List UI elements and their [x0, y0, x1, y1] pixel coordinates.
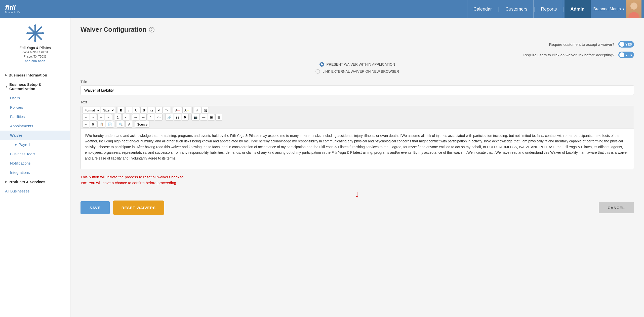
sidebar-label: Appointments	[10, 124, 33, 128]
text-field-group: Text Format Size B I U	[80, 100, 634, 169]
logo: fitli	[5, 4, 16, 12]
image-button[interactable]: 🖼	[202, 107, 209, 113]
sidebar-item-business-info[interactable]: ▶ Business Information	[0, 70, 70, 80]
find-button[interactable]: 🔍	[117, 121, 125, 128]
format-select[interactable]: Format	[82, 107, 100, 113]
align-left-button[interactable]: ≡	[82, 114, 89, 121]
business-name: Fitli Yoga & Pilates	[5, 46, 65, 50]
user-area[interactable]: Breanna Martin ▾	[591, 0, 644, 18]
reset-arrow-icon: ↓	[80, 190, 634, 199]
indent-more-button[interactable]: ⇥	[140, 114, 147, 121]
require-accept-label: Require customers to accept a waiver?	[549, 42, 614, 47]
flag-button[interactable]: ⚑	[182, 114, 189, 121]
cut-button[interactable]: ✂	[82, 121, 89, 128]
main-layout: Fitli Yoga & Pilates 5454 Main St #123 F…	[0, 18, 644, 317]
sidebar-item-facilities[interactable]: Facilities	[0, 112, 70, 121]
editor-container: Format Size B I U S x₂ x² Tx	[80, 106, 634, 169]
sidebar-item-appointments[interactable]: Appointments	[0, 121, 70, 131]
reset-info: This button will initiate the process to…	[80, 174, 634, 186]
svg-point-7	[27, 32, 29, 34]
bold-button[interactable]: B	[118, 107, 125, 113]
radio-external[interactable]: LINK EXTERNAL WAIVER ON NEW BROWSER	[315, 69, 399, 74]
unordered-list-button[interactable]: •	[122, 114, 129, 121]
align-right-button[interactable]: ≡	[97, 114, 104, 121]
chevron-down-icon: ▾	[623, 7, 624, 11]
unlink-button[interactable]: ⛓	[174, 114, 181, 121]
toggle-value: YES	[625, 43, 632, 46]
title-input[interactable]	[80, 85, 634, 95]
sidebar-item-waiver[interactable]: Waiver	[0, 131, 70, 140]
toggle-circle	[619, 42, 624, 47]
ordered-list-button[interactable]: 1.	[115, 114, 122, 121]
toggle-value: YES	[625, 53, 632, 57]
business-address: 5454 Main St #123 Frisco, TX 75033	[5, 50, 65, 59]
fullscreen-button[interactable]: ⤢	[194, 107, 201, 113]
bg-color-button[interactable]: A	[182, 107, 191, 113]
arrow-right-icon: ▶	[5, 73, 7, 77]
blockquote-button[interactable]: "	[147, 114, 154, 121]
sidebar-label: All Businesses	[5, 189, 30, 193]
toggle-circle	[619, 52, 624, 57]
sidebar-label: Integrations	[10, 170, 30, 175]
arrow-right-icon: ▶	[15, 143, 17, 146]
logo-area: fitli fit more in life	[5, 4, 20, 14]
sidebar-item-integrations[interactable]: Integrations	[0, 168, 70, 177]
radio-present[interactable]: PRESENT WAIVER WITHIN APPLICATION	[319, 62, 395, 67]
paste-text-button[interactable]: 📄	[106, 121, 114, 128]
font-color-button[interactable]: A	[173, 107, 182, 113]
left-buttons: SAVE RESET WAIVERS	[80, 201, 164, 214]
italic-button[interactable]: I	[125, 107, 132, 113]
nav-reports[interactable]: Reports	[535, 0, 563, 18]
nav-customers[interactable]: Customers	[499, 0, 534, 18]
sidebar-item-notifications[interactable]: Notifications	[0, 158, 70, 168]
nav-calendar[interactable]: Calendar	[467, 0, 498, 18]
nav-admin[interactable]: Admin	[565, 0, 591, 18]
save-button[interactable]: SAVE	[80, 201, 110, 214]
sidebar-item-policies[interactable]: Policies	[0, 103, 70, 112]
editor-toolbar: Format Size B I U S x₂ x² Tx	[81, 106, 634, 129]
toolbar-row-1: Format Size B I U S x₂ x² Tx	[82, 107, 632, 113]
table-button[interactable]: ⊞	[208, 114, 215, 121]
radio-group: PRESENT WAIVER WITHIN APPLICATION LINK E…	[80, 62, 634, 74]
hr-button[interactable]: —	[200, 114, 207, 121]
copy-button[interactable]: ⎘	[90, 121, 97, 128]
size-select[interactable]: Size	[101, 107, 115, 113]
clear-format-button[interactable]: Tx	[163, 107, 170, 113]
editor-content[interactable]: I/We hereby understand and acknowledge t…	[81, 129, 634, 169]
link-button[interactable]: 🔗	[165, 114, 173, 121]
content-area: Waiver Configuration ? Require customers…	[70, 18, 644, 317]
sidebar-label: Notifications	[10, 161, 31, 165]
paste-button[interactable]: 📋	[97, 121, 105, 128]
more-button[interactable]: ☰	[215, 114, 222, 121]
help-icon[interactable]: ?	[149, 27, 154, 32]
sidebar-item-business-setup[interactable]: ▼ Business Setup & Customization	[0, 80, 70, 93]
logo-sub: fit more in life	[5, 11, 20, 14]
svg-point-9	[28, 26, 30, 28]
sidebar: Fitli Yoga & Pilates 5454 Main St #123 F…	[0, 18, 70, 317]
replace-button[interactable]: ⇄	[125, 121, 132, 128]
underline-button[interactable]: U	[133, 107, 140, 113]
subscript-button[interactable]: x₂	[148, 107, 155, 113]
require-click-row: Require users to click on waiver link be…	[80, 52, 634, 58]
insert-image-button[interactable]: 📷	[191, 114, 199, 121]
justify-button[interactable]: ≡	[105, 114, 112, 121]
sidebar-item-all-businesses[interactable]: All Businesses	[0, 186, 70, 196]
page-title: Waiver Configuration ?	[80, 26, 634, 33]
sidebar-item-products[interactable]: ▶ Products & Services	[0, 177, 70, 186]
radio-dot-present	[319, 62, 324, 67]
source-button[interactable]: Source	[135, 121, 149, 128]
align-center-button[interactable]: ≡	[90, 114, 97, 121]
strikethrough-button[interactable]: S	[140, 107, 147, 113]
sidebar-item-users[interactable]: Users	[0, 93, 70, 103]
code-button[interactable]: <>	[155, 114, 163, 121]
require-accept-toggle[interactable]: YES	[618, 41, 634, 48]
cancel-button[interactable]: CANCEL	[599, 202, 634, 213]
sidebar-item-business-tools[interactable]: Business Tools	[0, 149, 70, 158]
nav-links: Calendar | Customers | Reports | Admin B…	[467, 0, 644, 18]
superscript-button[interactable]: x²	[155, 107, 163, 113]
require-click-toggle[interactable]: YES	[618, 52, 634, 58]
business-phone: 555-555-5555	[5, 59, 65, 63]
sidebar-item-payroll[interactable]: ▶ Payroll	[0, 140, 70, 149]
indent-less-button[interactable]: ⇤	[132, 114, 139, 121]
reset-waivers-button[interactable]: RESET WAIVERS	[114, 201, 164, 214]
